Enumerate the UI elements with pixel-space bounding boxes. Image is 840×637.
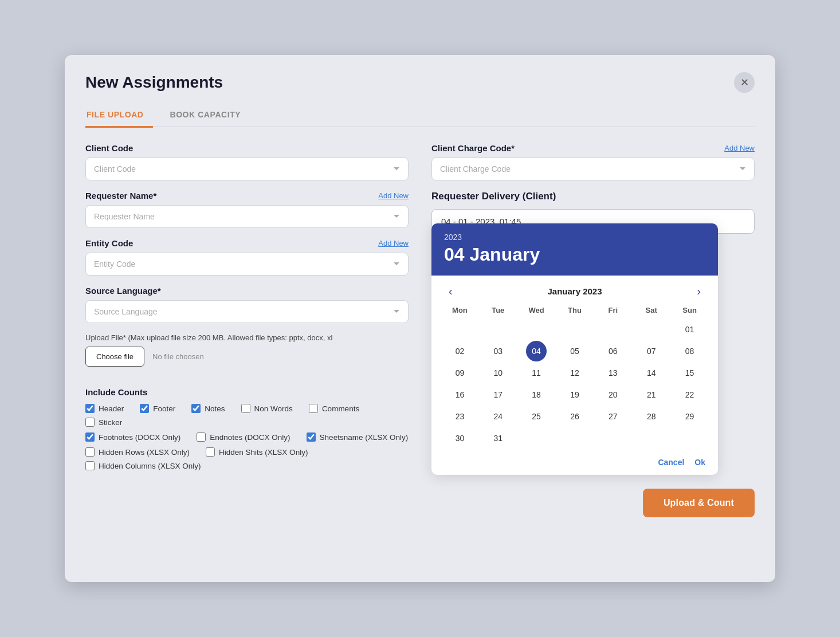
charge-add-new-link[interactable]: Add New (724, 144, 755, 152)
requester-add-new-link[interactable]: Add New (378, 191, 409, 200)
calendar-day-11[interactable]: 11 (526, 363, 547, 383)
calendar-day-6[interactable]: 06 (603, 341, 623, 361)
calendar-day-8[interactable]: 08 (680, 341, 700, 361)
calendar-day-14[interactable]: 14 (641, 363, 662, 383)
calendar-day-15[interactable]: 15 (680, 363, 700, 383)
calendar-day-21[interactable]: 21 (641, 384, 662, 405)
calendar-day-18[interactable]: 18 (526, 384, 547, 405)
checkbox-item-notes[interactable]: Notes (191, 404, 225, 413)
tab-file-upload[interactable]: FILE UPLOAD (85, 104, 153, 128)
requester-name-group: Requester Name* Add New Requester Name (85, 191, 409, 228)
checkbox-label-footer: Footer (153, 404, 175, 413)
calendar-day-7[interactable]: 07 (641, 341, 662, 361)
calendar-day-16[interactable]: 16 (449, 384, 470, 405)
checkbox-non-words[interactable] (241, 404, 250, 413)
calendar-day-2[interactable]: 02 (449, 341, 470, 361)
checkboxes-row1: HeaderFooterNotesNon WordsCommentsSticke… (85, 404, 409, 427)
checkbox-hidden-rows[interactable] (85, 447, 95, 457)
calendar-day-25[interactable]: 25 (526, 406, 547, 427)
checkbox-item-hidden-columns[interactable]: Hidden Columns (XLSX Only) (85, 461, 201, 470)
file-upload-row: Choose file No file choosen (85, 347, 409, 367)
calendar-day-30[interactable]: 30 (449, 428, 470, 449)
calendar-header: 2023 04 January (431, 223, 718, 276)
calendar-year: 2023 (444, 233, 705, 242)
checkbox-sticker[interactable] (85, 418, 95, 427)
checkbox-label-endnotes: Endnotes (DOCX Only) (210, 433, 290, 442)
calendar-day-17[interactable]: 17 (488, 384, 508, 405)
client-code-select[interactable]: Client Code (85, 158, 409, 180)
checkbox-item-non-words[interactable]: Non Words (241, 404, 293, 413)
checkbox-label-notes: Notes (205, 404, 225, 413)
choose-file-button[interactable]: Choose file (85, 347, 144, 367)
checkbox-item-hidden-shits[interactable]: Hidden Shits (XLSX Only) (206, 447, 308, 457)
calendar-weekdays: MonTueWedThuFriSatSun (441, 304, 709, 317)
weekday-sun: Sun (670, 306, 709, 314)
calendar-day-19[interactable]: 19 (564, 384, 585, 405)
calendar-day-31[interactable]: 31 (488, 428, 508, 449)
calendar-day-9[interactable]: 09 (449, 363, 470, 383)
weekday-thu: Thu (556, 306, 594, 314)
calendar-day-22[interactable]: 22 (680, 384, 700, 405)
calendar-day-24[interactable]: 24 (488, 406, 508, 427)
client-charge-code-select[interactable]: Client Charge Code (431, 158, 755, 180)
calendar-footer: Cancel Ok (431, 453, 718, 475)
calendar-day-28[interactable]: 28 (641, 406, 662, 427)
checkbox-hidden-columns[interactable] (85, 461, 95, 470)
calendar-day-13[interactable]: 13 (603, 363, 623, 383)
checkbox-label-non-words: Non Words (254, 404, 293, 413)
calendar-nav-label: January 2023 (547, 286, 602, 296)
weekday-sat: Sat (632, 306, 670, 314)
weekday-fri: Fri (594, 306, 632, 314)
calendar-day-3[interactable]: 03 (488, 341, 508, 361)
checkbox-item-endnotes[interactable]: Endnotes (DOCX Only) (197, 432, 290, 442)
checkbox-footnotes[interactable] (85, 432, 95, 442)
calendar-day-29[interactable]: 29 (680, 406, 700, 427)
source-language-label: Source Language* (85, 286, 409, 296)
upload-count-button[interactable]: Upload & Count (643, 489, 755, 517)
checkbox-item-comments[interactable]: Comments (309, 404, 359, 413)
tab-book-capacity[interactable]: BOOK CAPACITY (169, 104, 250, 128)
source-language-select[interactable]: Source Language (85, 300, 409, 323)
calendar-grid: MonTueWedThuFriSatSun 010203040506070809… (431, 304, 718, 453)
checkbox-item-hidden-rows[interactable]: Hidden Rows (XLSX Only) (85, 447, 190, 457)
calendar-day-1[interactable]: 01 (680, 319, 700, 340)
calendar-day-20[interactable]: 20 (603, 384, 623, 405)
checkboxes-row3: Hidden Rows (XLSX Only)Hidden Shits (XLS… (85, 447, 409, 470)
entity-code-select[interactable]: Entity Code (85, 253, 409, 276)
weekday-mon: Mon (441, 306, 479, 314)
modal-title: New Assignments (85, 73, 223, 92)
close-button[interactable]: ✕ (734, 72, 755, 93)
checkbox-notes[interactable] (191, 404, 201, 413)
checkbox-header[interactable] (85, 404, 95, 413)
checkbox-endnotes[interactable] (197, 432, 206, 442)
checkbox-footer[interactable] (140, 404, 149, 413)
entity-add-new-link[interactable]: Add New (378, 239, 409, 247)
calendar-prev-button[interactable]: ‹ (444, 284, 457, 299)
requester-name-select[interactable]: Requester Name (85, 205, 409, 228)
upload-file-group: Upload File* (Max upload file size 200 M… (85, 333, 409, 367)
calendar-cancel-button[interactable]: Cancel (658, 458, 684, 467)
calendar-day-empty (641, 319, 662, 340)
calendar-day-26[interactable]: 26 (564, 406, 585, 427)
calendar-ok-button[interactable]: Ok (694, 458, 705, 467)
client-charge-code-label: Client Charge Code* Add New (431, 143, 755, 153)
calendar-day-12[interactable]: 12 (564, 363, 585, 383)
calendar-day-23[interactable]: 23 (449, 406, 470, 427)
checkbox-item-sticker[interactable]: Sticker (85, 418, 122, 427)
calendar-day-4[interactable]: 04 (526, 341, 547, 361)
checkbox-comments[interactable] (309, 404, 318, 413)
checkbox-hidden-shits[interactable] (206, 447, 215, 457)
bottom-bar: Upload & Count (85, 489, 755, 517)
checkbox-item-header[interactable]: Header (85, 404, 124, 413)
calendar-day-5[interactable]: 05 (564, 341, 585, 361)
checkbox-item-footnotes[interactable]: Footnotes (DOCX Only) (85, 432, 180, 442)
calendar-day-10[interactable]: 10 (488, 363, 508, 383)
close-icon: ✕ (740, 76, 749, 89)
checkbox-sheetsname[interactable] (307, 432, 316, 442)
tabs: FILE UPLOAD BOOK CAPACITY (85, 103, 755, 127)
calendar-days: 0102030405060708091011121314151617181920… (441, 319, 709, 449)
calendar-day-27[interactable]: 27 (603, 406, 623, 427)
checkbox-item-sheetsname[interactable]: Sheetsname (XLSX Only) (307, 432, 409, 442)
checkbox-item-footer[interactable]: Footer (140, 404, 175, 413)
calendar-next-button[interactable]: › (692, 284, 705, 299)
